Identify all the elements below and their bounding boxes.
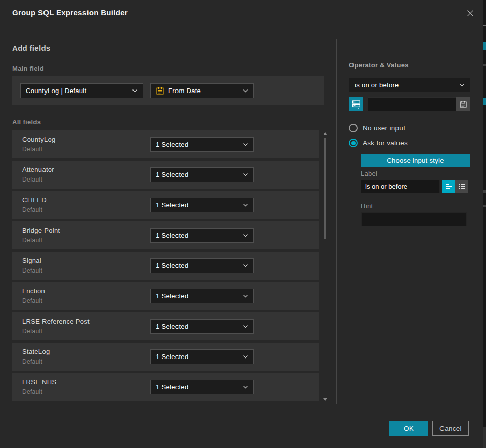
radio-checked-icon [349,139,358,147]
input-style-list-button[interactable] [455,180,468,193]
label-field-label: Label [361,170,377,177]
main-field-select-value: From Date [168,87,240,95]
field-sublabel: Default [22,206,42,213]
field-values-select[interactable]: 1 Selected [150,289,254,303]
field-name: LRSE NHS [22,378,56,386]
chevron-down-icon [243,203,248,207]
field-values-select-value: 1 Selected [156,323,240,330]
field-row: CountyLog Default 1 Selected [12,130,319,158]
radio-ask-for-values[interactable]: Ask for values [349,139,408,147]
field-name: LRSE Reference Post [22,318,90,325]
field-sublabel: Default [22,267,42,274]
scroll-up-arrow-icon[interactable] [323,132,327,135]
main-field-label: Main field [12,65,44,72]
field-row: Signal Default 1 Selected [12,252,319,280]
field-values-select[interactable]: 1 Selected [150,258,254,273]
field-sublabel: Default [22,358,42,365]
chevron-down-icon [243,143,248,146]
field-values-select[interactable]: 1 Selected [150,228,254,243]
hint-field-label: Hint [361,202,373,210]
field-values-select[interactable]: 1 Selected [150,198,254,212]
calendar-icon [156,86,164,95]
field-sublabel: Default [22,328,42,335]
field-row: CLIFED Default 1 Selected [12,191,319,219]
field-row: Bridge Point Default 1 Selected [12,221,319,249]
radio-unchecked-icon [349,124,358,132]
field-name: Attenuator [22,166,54,173]
field-name: CountyLog [22,136,56,143]
choose-input-style-button[interactable]: Choose input style [361,154,470,167]
date-picker-button[interactable] [456,97,470,111]
field-sublabel: Default [22,176,42,183]
field-name: CLIFED [22,196,47,204]
group-sql-expression-builder-dialog: Group SQL Expression Builder Add fields … [0,0,483,448]
panel-divider [336,39,337,404]
field-stack-icon [352,100,361,109]
field-values-select[interactable]: 1 Selected [150,349,254,364]
field-row: Friction Default 1 Selected [12,282,319,310]
chevron-down-icon [459,83,465,87]
field-row: Attenuator Default 1 Selected [12,161,319,189]
scrollbar-thumb[interactable] [324,138,326,239]
all-fields-list: CountyLog Default 1 Selected Attenuator … [12,130,319,401]
chevron-down-icon [243,234,248,237]
main-field-panel: CountyLog | Default From Date [12,76,324,105]
all-fields-label: All fields [12,118,41,126]
add-fields-heading: Add fields [12,43,51,52]
radio-ask-for-values-label: Ask for values [363,139,408,147]
value-input[interactable] [368,97,456,111]
main-layer-select-value: CountyLog | Default [26,87,129,95]
value-source-button[interactable] [349,97,363,111]
operator-values-panel: Operator & Values is on or before [349,0,470,405]
align-left-icon [445,183,453,190]
calendar-icon [459,100,467,108]
field-values-select-value: 1 Selected [156,141,240,148]
chevron-down-icon [243,89,248,93]
field-values-select-value: 1 Selected [156,171,240,178]
field-values-select-value: 1 Selected [156,262,240,270]
field-sublabel: Default [22,388,42,395]
field-values-select-value: 1 Selected [156,292,240,300]
main-field-select[interactable]: From Date [150,83,254,98]
fields-list-scrollbar [322,130,328,404]
input-style-text-button[interactable] [442,180,455,193]
field-sublabel: Default [22,297,42,304]
field-sublabel: Default [22,146,42,153]
field-values-select[interactable]: 1 Selected [150,167,254,182]
operator-values-heading: Operator & Values [349,61,409,69]
ok-button[interactable]: OK [389,421,428,436]
background-app-edge [483,0,486,448]
field-values-select-value: 1 Selected [156,353,240,361]
field-sublabel: Default [22,237,42,244]
chevron-down-icon [243,294,248,298]
radio-no-user-input[interactable]: No user input [349,124,405,132]
dialog-title: Group SQL Expression Builder [12,8,128,17]
field-values-select[interactable]: 1 Selected [150,319,254,334]
field-name: Bridge Point [22,227,60,234]
field-values-select[interactable]: 1 Selected [150,380,254,394]
field-values-select[interactable]: 1 Selected [150,137,254,152]
field-row: LRSE Reference Post Default 1 Selected [12,312,319,340]
scroll-down-arrow-icon[interactable] [323,398,327,401]
hint-input[interactable] [361,212,467,226]
field-row: LRSE NHS Default 1 Selected [12,373,319,401]
field-name: StateLog [22,348,50,355]
field-values-select-value: 1 Selected [156,383,240,391]
chevron-down-icon [243,385,248,389]
chevron-down-icon [132,89,138,93]
field-values-select-value: 1 Selected [156,232,240,239]
operator-select[interactable]: is on or before [349,78,470,92]
chevron-down-icon [243,173,248,176]
cancel-button[interactable]: Cancel [432,421,469,436]
field-row: StateLog Default 1 Selected [12,343,319,371]
main-layer-select[interactable]: CountyLog | Default [20,83,143,98]
operator-select-value: is on or before [355,81,456,89]
field-name: Signal [22,257,41,264]
radio-no-user-input-label: No user input [363,124,405,132]
field-values-select-value: 1 Selected [156,201,240,209]
chevron-down-icon [243,264,248,267]
list-icon [458,183,466,190]
label-input[interactable] [361,180,440,193]
field-name: Friction [22,287,45,295]
chevron-down-icon [243,325,248,328]
